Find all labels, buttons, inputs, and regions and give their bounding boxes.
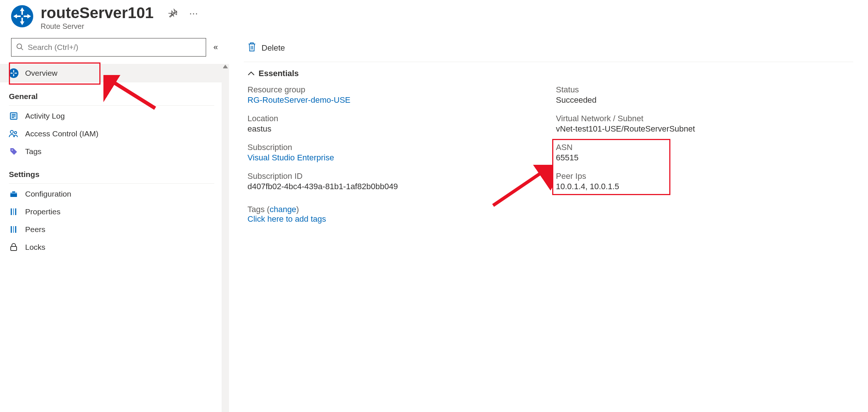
route-server-icon [11, 5, 33, 27]
svg-line-2 [21, 48, 23, 50]
peers-icon [9, 225, 18, 234]
field-value: 10.0.1.4, 10.0.1.5 [556, 182, 850, 191]
search-input[interactable] [28, 43, 201, 52]
sidebar-item-label: Overview [25, 69, 58, 78]
configuration-icon [9, 190, 18, 198]
sidebar-item-activity-log[interactable]: Activity Log [0, 107, 223, 125]
search-icon [16, 43, 24, 52]
field-label: Status [556, 85, 850, 95]
svg-rect-17 [15, 208, 16, 215]
essentials-toggle[interactable]: Essentials [244, 62, 853, 85]
lock-icon [9, 243, 18, 252]
sidebar-item-label: Activity Log [25, 112, 65, 120]
field-label: Subscription [247, 143, 541, 152]
activity-log-icon [9, 112, 18, 120]
field-label: Peer Ips [556, 171, 850, 181]
field-resource-group: Resource group RG-RouteServer-demo-USE [247, 85, 541, 105]
sidebar-item-access-control[interactable]: Access Control (IAM) [0, 125, 223, 143]
field-peer-ips: Peer Ips 10.0.1.4, 10.0.1.5 [556, 171, 850, 191]
svg-rect-16 [13, 208, 14, 215]
svg-point-10 [14, 132, 17, 134]
field-subscription-id: Subscription ID d407fb02-4bc4-439a-81b1-… [247, 171, 541, 191]
essentials-label: Essentials [259, 69, 299, 78]
sidebar-item-configuration[interactable]: Configuration [0, 185, 223, 203]
sidebar-item-label: Tags [25, 147, 41, 156]
field-value: vNet-test101-USE/RouteServerSubnet [556, 124, 850, 134]
sidebar-item-overview[interactable]: Overview [0, 64, 223, 82]
page-title: routeServer101 [41, 4, 154, 21]
svg-rect-19 [13, 226, 14, 233]
svg-rect-21 [11, 246, 17, 251]
subscription-link[interactable]: Visual Studio Enterprise [247, 153, 541, 163]
field-label: ASN [556, 143, 850, 152]
field-label: Subscription ID [247, 171, 541, 181]
properties-icon [9, 207, 18, 216]
field-value: 65515 [556, 153, 850, 163]
tags-change-link[interactable]: change [270, 205, 296, 214]
sidebar-item-locks[interactable]: Locks [0, 238, 223, 256]
svg-rect-14 [12, 191, 15, 193]
sidebar-section-general: General [0, 82, 223, 104]
field-tags: Tags (change) Click here to add tags [247, 200, 850, 224]
sidebar-item-label: Access Control (IAM) [25, 129, 98, 138]
add-tags-link[interactable]: Click here to add tags [247, 214, 850, 224]
delete-icon[interactable] [247, 42, 256, 54]
tags-label-suffix: ) [296, 205, 299, 214]
svg-rect-13 [10, 193, 17, 194]
field-value: Succeeded [556, 95, 850, 105]
field-vnet-subnet: Virtual Network / Subnet vNet-test101-US… [556, 114, 850, 134]
sidebar-item-label: Peers [25, 225, 45, 234]
field-subscription: Subscription Visual Studio Enterprise [247, 143, 541, 163]
field-value: d407fb02-4bc4-439a-81b1-1af82b0bb049 [247, 182, 541, 191]
svg-point-11 [12, 150, 13, 151]
more-actions-icon[interactable]: ⋯ [189, 9, 199, 18]
sidebar-scrollbar[interactable] [222, 64, 229, 412]
field-label: Virtual Network / Subnet [556, 114, 850, 123]
svg-rect-18 [11, 226, 12, 233]
sidebar-item-tags[interactable]: Tags [0, 143, 223, 160]
tags-label-prefix: Tags ( [247, 205, 270, 214]
tags-icon [9, 147, 18, 156]
sidebar-item-label: Properties [25, 207, 61, 216]
sidebar-item-label: Configuration [25, 190, 71, 198]
chevron-up-icon [247, 69, 255, 78]
svg-point-1 [17, 44, 22, 48]
access-control-icon [9, 129, 18, 138]
field-value: eastus [247, 124, 541, 134]
route-server-small-icon [9, 68, 18, 78]
svg-rect-20 [15, 226, 16, 233]
field-asn: ASN 65515 [556, 143, 850, 163]
pin-icon[interactable] [168, 8, 178, 19]
field-label: Resource group [247, 85, 541, 95]
svg-rect-15 [11, 208, 12, 215]
sidebar-item-label: Locks [25, 243, 45, 252]
sidebar-section-settings: Settings [0, 160, 223, 182]
sidebar-item-peers[interactable]: Peers [0, 221, 223, 238]
field-status: Status Succeeded [556, 85, 850, 105]
delete-button[interactable]: Delete [262, 43, 285, 53]
sidebar-item-properties[interactable]: Properties [0, 203, 223, 221]
page-subtitle: Route Server [41, 22, 154, 31]
svg-point-9 [10, 130, 13, 133]
field-label: Location [247, 114, 541, 123]
field-location: Location eastus [247, 114, 541, 134]
collapse-sidebar-icon[interactable]: « [213, 42, 218, 52]
sidebar-search[interactable] [11, 38, 206, 57]
resource-group-link[interactable]: RG-RouteServer-demo-USE [247, 95, 541, 105]
